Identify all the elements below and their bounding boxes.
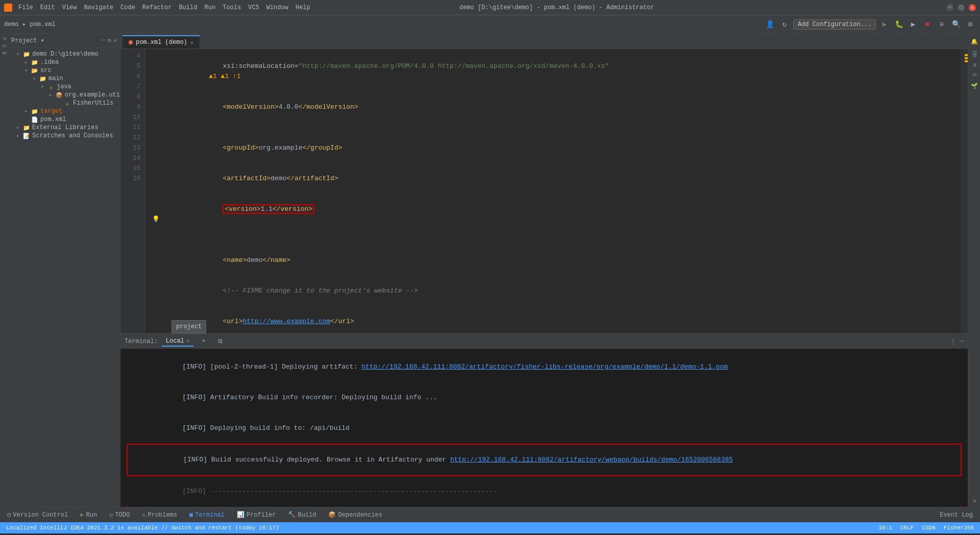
problems-icon: ⚠ bbox=[142, 511, 145, 519]
run-tab[interactable]: ▶ Run bbox=[77, 510, 100, 520]
panel-settings-icon[interactable]: ⚙ bbox=[108, 37, 111, 44]
run-config-button[interactable]: Add Configuration... bbox=[793, 19, 876, 30]
artifact-link[interactable]: http://192.168.42.111:8082/artifactory/f… bbox=[361, 363, 728, 371]
terminal-bottom-tab[interactable]: ▣ Terminal bbox=[186, 510, 228, 520]
project-panel-header: Project ▾ ─ ⚙ ✕ bbox=[8, 34, 120, 48]
terminal-more-options[interactable]: ⋮ bbox=[950, 337, 957, 346]
tree-item-ext-libs[interactable]: ▸ 📁 External Libraries bbox=[8, 124, 120, 132]
tree-item-pom-xml[interactable]: 📄 pom.xml bbox=[8, 115, 120, 124]
run-with-coverage-icon[interactable]: ▶ bbox=[908, 19, 919, 30]
debug-button[interactable]: 🐛 bbox=[893, 19, 904, 30]
terminal-label: Terminal: bbox=[125, 338, 158, 345]
terminal-line-1: [INFO] [pool-2-thread-1] Deploying artif… bbox=[127, 352, 962, 382]
project-label: Project ▾ bbox=[11, 37, 44, 44]
panel-close-icon[interactable]: ✕ bbox=[113, 37, 117, 44]
version-control-icon: ◷ bbox=[7, 511, 11, 519]
code-line-8: <artifactId>demo</artifactId> bbox=[151, 163, 961, 194]
menu-file[interactable]: File bbox=[18, 4, 33, 11]
terminal-split[interactable]: ⧉ bbox=[214, 337, 227, 346]
menu-refactor[interactable]: Refactor bbox=[142, 4, 172, 11]
search-icon[interactable]: 🔍 bbox=[950, 19, 962, 30]
scrollbar-indicator[interactable] bbox=[961, 49, 968, 333]
code-line-10 bbox=[151, 235, 961, 245]
maximize-button[interactable]: □ bbox=[958, 4, 965, 11]
run-button[interactable]: ▶ bbox=[879, 19, 890, 30]
menu-code[interactable]: Code bbox=[120, 4, 135, 11]
structure-tab[interactable]: ≡ bbox=[970, 497, 978, 505]
terminal-tab-local[interactable]: Local ✕ bbox=[162, 336, 194, 347]
more-run-options-icon[interactable]: ≡ bbox=[936, 19, 947, 30]
menu-tools[interactable]: Tools bbox=[223, 4, 241, 11]
profile-icon[interactable]: 👤 bbox=[765, 19, 776, 30]
window-controls[interactable]: ─ □ ✕ bbox=[946, 4, 976, 11]
file-format: Fisher356 bbox=[944, 525, 974, 531]
activity-bar: P S B bbox=[0, 34, 8, 507]
panel-collapse-icon[interactable]: ─ bbox=[102, 37, 105, 44]
editor-area: pom.xml (demo) ✕ 4 5 6 7 8 9 10 11 bbox=[120, 34, 968, 507]
tree-item-org-example-util[interactable]: ▸ 📦 org.example.util bbox=[8, 91, 120, 99]
dependencies-icon: 📦 bbox=[328, 511, 336, 519]
menu-run[interactable]: Run bbox=[204, 4, 215, 11]
menu-navigate[interactable]: Navigate bbox=[84, 4, 113, 11]
tree-item-scratches[interactable]: ▸ 📝 Scratches and Consoles bbox=[8, 132, 120, 140]
close-button[interactable]: ✕ bbox=[969, 4, 976, 11]
update-icon[interactable]: ↻ bbox=[779, 19, 790, 30]
editor-content[interactable]: 4 5 6 7 8 9 10 11 12 13 14 15 16 bbox=[120, 49, 968, 333]
dependencies-tab[interactable]: 📦 Dependencies bbox=[325, 510, 385, 520]
version-control-tab[interactable]: ◷ Version Control bbox=[4, 510, 71, 520]
database-tab[interactable]: DB bbox=[970, 48, 978, 59]
main-content: P S B Project ▾ ─ ⚙ ✕ ▾ 📁 demo D:\gite bbox=[0, 34, 980, 507]
terminal-content: [INFO] [pool-2-thread-1] Deploying artif… bbox=[120, 349, 968, 507]
problems-tab[interactable]: ⚠ Problems bbox=[139, 510, 180, 520]
terminal-tab-close[interactable]: ✕ bbox=[186, 337, 190, 344]
structure-icon[interactable]: S bbox=[0, 43, 8, 49]
tree-item-java[interactable]: ▾ ☕ java bbox=[8, 83, 120, 91]
tree-item-fisherutils[interactable]: ☕ FisherUtils bbox=[8, 99, 120, 107]
terminal-line-2: [INFO] Artifactory Build info recorder: … bbox=[127, 382, 962, 413]
tree-item-src[interactable]: ▾ 📂 src bbox=[8, 66, 120, 75]
terminal-line-3: [INFO] Deploying build info to: /api/bui… bbox=[127, 413, 962, 444]
run-icon: ▶ bbox=[80, 511, 84, 519]
scroll-warning-2 bbox=[965, 57, 968, 59]
terminal-add-tab[interactable]: + bbox=[198, 337, 209, 346]
tree-item-main[interactable]: ▾ 📁 main bbox=[8, 75, 120, 83]
settings-icon[interactable]: ⚙ bbox=[965, 19, 976, 30]
menu-vcs[interactable]: VCS bbox=[248, 4, 259, 11]
minimize-button[interactable]: ─ bbox=[946, 4, 953, 11]
tree-item-target[interactable]: ▸ 📁 target bbox=[8, 107, 120, 115]
todo-tab[interactable]: ☑ TODO bbox=[106, 510, 133, 520]
gradle-tab[interactable]: G bbox=[970, 71, 978, 79]
notifications-tab[interactable]: 🔔 bbox=[970, 36, 978, 46]
menu-edit[interactable]: Edit bbox=[40, 4, 55, 11]
tree-item-idea[interactable]: ▸ 📁 .idea bbox=[8, 58, 120, 66]
menu-view[interactable]: View bbox=[62, 4, 77, 11]
menu-help[interactable]: Help bbox=[296, 4, 310, 11]
right-sidebar: 🔔 DB M G 🌱 ≡ bbox=[968, 34, 980, 507]
terminal-area: Terminal: Local ✕ + ⧉ ⋮ ─ bbox=[120, 333, 968, 507]
bottom-toolbar: ◷ Version Control ▶ Run ☑ TODO ⚠ Problem… bbox=[0, 507, 980, 522]
encoding: CSDN bbox=[922, 525, 935, 531]
status-message: Localized IntelliJ IDEA 2021.3.2 is avai… bbox=[6, 525, 279, 531]
maven-tab[interactable]: M bbox=[970, 61, 978, 69]
project-icon[interactable]: P bbox=[0, 36, 8, 42]
menu-bar[interactable]: File Edit View Navigate Code Refactor Bu… bbox=[18, 4, 310, 11]
menu-build[interactable]: Build bbox=[179, 4, 197, 11]
todo-icon: ☑ bbox=[109, 511, 113, 519]
terminal-line-6: [INFO] BUILD SUCCESS bbox=[127, 506, 962, 507]
builds-link[interactable]: http://192.168.42.111:8082/artifactory/w… bbox=[450, 456, 733, 464]
tree-item-demo-root[interactable]: ▾ 📁 demo D:\gitee\demo bbox=[8, 50, 120, 58]
line-ending: CRLF bbox=[900, 525, 914, 531]
bookmarks-icon[interactable]: B bbox=[0, 50, 8, 56]
profiler-tab[interactable]: 📊 Profiler bbox=[234, 510, 279, 520]
tab-pom-xml[interactable]: pom.xml (demo) ✕ bbox=[122, 35, 200, 48]
event-log-tab[interactable]: Event Log bbox=[937, 510, 976, 520]
stop-button[interactable]: ■ bbox=[922, 19, 933, 30]
profiler-icon: 📊 bbox=[237, 511, 244, 519]
code-line-5: <modelVersion>4.0.0</modelVersion> bbox=[151, 92, 961, 123]
menu-window[interactable]: Window bbox=[266, 4, 288, 11]
build-tab[interactable]: 🔨 Build bbox=[285, 510, 319, 520]
spring-tab[interactable]: 🌱 bbox=[970, 80, 978, 91]
tab-close-icon[interactable]: ✕ bbox=[190, 39, 194, 46]
terminal-minimize[interactable]: ─ bbox=[960, 337, 964, 346]
terminal-line-4: [INFO] Build successfully deployed. Brow… bbox=[127, 444, 962, 476]
